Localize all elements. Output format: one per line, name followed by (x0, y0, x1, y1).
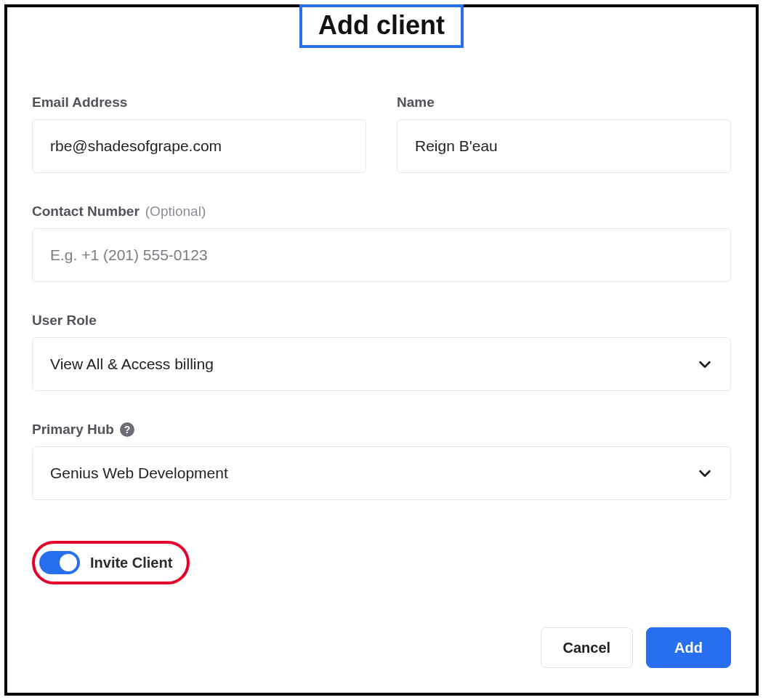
title-highlight: Add client (32, 4, 731, 48)
toggle-knob (60, 554, 77, 571)
field-role: User Role View All & Access billing (32, 313, 731, 391)
field-name: Name (397, 94, 731, 173)
hub-value: Genius Web Development (50, 464, 228, 482)
role-select[interactable]: View All & Access billing (32, 337, 731, 391)
add-button[interactable]: Add (646, 627, 731, 668)
field-hub: Primary Hub ? Genius Web Development (32, 422, 731, 500)
invite-toggle[interactable] (39, 551, 80, 574)
contact-input[interactable] (32, 228, 731, 282)
form: Email Address Name Contact Number (Optio… (32, 94, 731, 500)
invite-toggle-row: Invite Client (32, 541, 731, 584)
label-name: Name (397, 94, 435, 110)
chevron-down-icon (697, 465, 713, 481)
dialog-footer: Cancel Add (32, 591, 731, 668)
field-email: Email Address (32, 94, 366, 173)
chevron-down-icon (697, 356, 713, 372)
dialog-title: Add client (318, 10, 445, 41)
row-email-name: Email Address Name (32, 94, 731, 173)
title-box: Add client (299, 4, 464, 48)
field-contact: Contact Number (Optional) (32, 204, 731, 282)
help-icon[interactable]: ? (120, 422, 134, 437)
add-client-dialog: Add client Email Address Name Contact Nu… (4, 4, 759, 696)
label-email: Email Address (32, 94, 127, 110)
cancel-button[interactable]: Cancel (541, 627, 634, 668)
label-contact: Contact Number (32, 204, 140, 220)
label-contact-optional: (Optional) (145, 204, 206, 220)
role-value: View All & Access billing (50, 355, 214, 373)
hub-select[interactable]: Genius Web Development (32, 446, 731, 500)
invite-toggle-label: Invite Client (90, 555, 172, 571)
label-hub: Primary Hub (32, 422, 114, 438)
email-input[interactable] (32, 119, 366, 173)
invite-toggle-highlight: Invite Client (32, 541, 190, 584)
label-role: User Role (32, 313, 97, 329)
name-input[interactable] (397, 119, 731, 173)
